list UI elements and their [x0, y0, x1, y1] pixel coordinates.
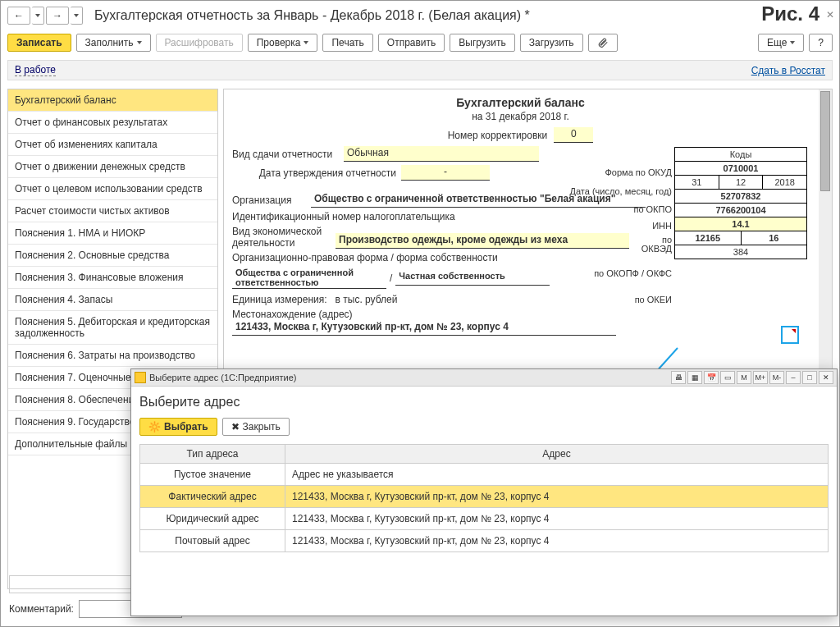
- help-button[interactable]: ?: [809, 34, 833, 52]
- sidebar-item[interactable]: Пояснения 1. НМА и НИОКР: [8, 222, 217, 245]
- okud-value: 0710001: [675, 162, 806, 175]
- sidebar-item[interactable]: Пояснения 5. Дебиторская и кредиторская …: [8, 311, 217, 345]
- table-row[interactable]: Юридический адрес121433, Москва г, Кутуз…: [140, 508, 829, 530]
- status-link[interactable]: В работе: [15, 64, 56, 76]
- table-row[interactable]: Почтовый адрес121433, Москва г, Кутузовс…: [140, 530, 829, 552]
- act-label2: деятельности: [232, 237, 295, 249]
- app-icon: [135, 372, 146, 383]
- print-button[interactable]: Печать: [322, 34, 372, 52]
- close-icon[interactable]: ✕: [819, 371, 833, 384]
- appr-input[interactable]: -: [401, 165, 490, 181]
- opf-val2: Частная собственность: [395, 270, 550, 286]
- codes-header: Коды: [675, 148, 806, 162]
- minimize-icon[interactable]: –: [786, 371, 801, 384]
- chevron-down-icon: [304, 41, 308, 44]
- chevron-down-icon: [790, 41, 795, 44]
- address-picker-button[interactable]: [781, 326, 799, 344]
- select-button[interactable]: 🔆 Выбрать: [139, 418, 217, 436]
- col-addr[interactable]: Адрес: [285, 445, 829, 464]
- sidebar-item[interactable]: Отчет об изменениях капитала: [8, 134, 217, 156]
- act-input[interactable]: Производство одежды, кроме одежды из мех…: [336, 233, 629, 249]
- close-button[interactable]: ✖ Закрыть: [222, 418, 290, 436]
- check-button[interactable]: Проверка: [248, 34, 318, 52]
- mminus-button[interactable]: M-: [769, 371, 784, 384]
- form-title: Бухгалтерский баланс: [232, 96, 809, 109]
- addr-value: 121433, Москва г, Кутузовский пр-кт, дом…: [232, 320, 616, 336]
- back-dropdown[interactable]: [32, 7, 44, 25]
- import-button[interactable]: Загрузить: [520, 34, 583, 52]
- paperclip-icon: [597, 37, 609, 48]
- table-row[interactable]: Пустое значениеАдрес не указывается: [140, 464, 829, 486]
- dialog-wintitle: Выберите адрес (1С:Предприятие): [149, 373, 296, 382]
- opf-val1: Общества с ограниченной ответственностью: [232, 267, 386, 289]
- opf-label: Организационно-правовая форма / форма со…: [232, 252, 498, 263]
- maximize-icon[interactable]: □: [802, 371, 817, 384]
- corr-label: Номер корректировки: [448, 130, 548, 141]
- type-input[interactable]: Обычная: [344, 146, 539, 162]
- back-button[interactable]: ←: [7, 7, 30, 25]
- sidebar-item[interactable]: Бухгалтерский баланс: [8, 89, 217, 112]
- org-label: Организация: [232, 195, 306, 206]
- print-icon[interactable]: 🖶: [671, 371, 686, 384]
- act-label1: Вид экономической: [232, 226, 322, 237]
- unit-label: Единица измерения:: [232, 294, 327, 305]
- col-type[interactable]: Тип адреса: [140, 445, 285, 464]
- type-label: Вид сдачи отчетности: [232, 149, 339, 160]
- more-button[interactable]: Еще: [758, 34, 804, 52]
- comment-label: Комментарий:: [9, 603, 74, 615]
- calendar-icon[interactable]: 📅: [704, 371, 719, 384]
- export-button[interactable]: Выгрузить: [450, 34, 515, 52]
- appr-label: Дата утверждения отчетности: [232, 167, 396, 179]
- forward-dropdown[interactable]: [71, 7, 83, 25]
- addr-label: Местонахождение (адрес): [232, 309, 353, 320]
- figure-label: Рис. 4: [761, 2, 819, 25]
- codes-table: Коды 0710001 31122018 52707832 776620010…: [674, 147, 807, 259]
- sidebar-item[interactable]: Пояснения 2. Основные средства: [8, 245, 217, 267]
- chevron-down-icon: [137, 41, 142, 44]
- okved-input[interactable]: 14.1: [675, 217, 806, 231]
- unit-value: в тыс. рублей: [336, 294, 398, 305]
- address-dialog: Выберите адрес (1С:Предприятие) 🖶 ▦ 📅 ▭ …: [130, 368, 838, 616]
- sidebar-item[interactable]: Пояснения 6. Затраты на производство: [8, 345, 217, 367]
- corr-input[interactable]: 0: [554, 127, 593, 143]
- m-button[interactable]: M: [737, 371, 751, 384]
- fill-button[interactable]: Заполнить: [76, 34, 151, 52]
- window-title: Бухгалтерская отчетность за Январь - Дек…: [94, 8, 530, 23]
- table-row[interactable]: Фактический адрес121433, Москва г, Кутуз…: [140, 486, 829, 508]
- close-icon[interactable]: ✕: [826, 9, 834, 21]
- address-table: Тип адресаАдрес Пустое значениеАдрес не …: [139, 444, 829, 552]
- send-button[interactable]: Отправить: [378, 34, 445, 52]
- submit-link[interactable]: Сдать в Росстат: [751, 65, 825, 76]
- mplus-button[interactable]: M+: [753, 371, 768, 384]
- grid-icon[interactable]: ▦: [687, 371, 702, 384]
- sidebar-item[interactable]: Пояснения 4. Запасы: [8, 289, 217, 311]
- sidebar-item[interactable]: Отчет о движении денежных средств: [8, 156, 217, 178]
- forward-button[interactable]: →: [46, 7, 69, 25]
- dialog-title: Выберите адрес: [139, 395, 829, 410]
- sidebar-item[interactable]: Расчет стоимости чистых активов: [8, 200, 217, 222]
- decrypt-button: Расшифровать: [156, 34, 243, 52]
- inn-label: Идентификационный номер налогоплательщик…: [232, 211, 455, 222]
- sidebar-item[interactable]: Отчет о финансовых результатах: [8, 112, 217, 134]
- sidebar-item[interactable]: Отчет о целевом использовании средств: [8, 178, 217, 200]
- calc-icon[interactable]: ▭: [720, 371, 735, 384]
- sidebar-item[interactable]: Пояснения 3. Финансовые вложения: [8, 267, 217, 289]
- scroll-thumb[interactable]: [820, 91, 830, 191]
- form-subtitle: на 31 декабря 2018 г.: [232, 111, 809, 122]
- attach-button[interactable]: [588, 34, 618, 52]
- write-button[interactable]: Записать: [7, 34, 71, 52]
